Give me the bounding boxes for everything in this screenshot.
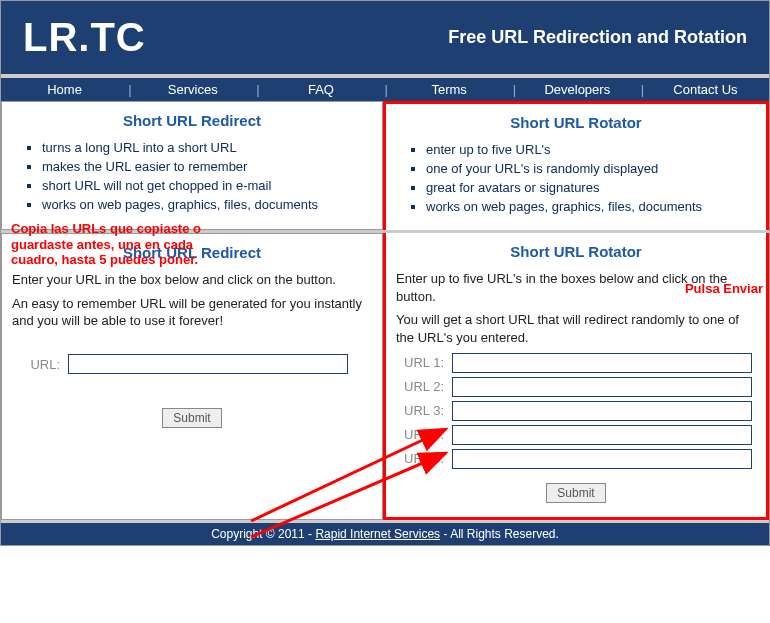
field-label: URL 4: [396, 427, 452, 442]
list-item: enter up to five URL's [426, 141, 756, 160]
list-item: works on web pages, graphics, files, doc… [426, 198, 756, 217]
url-input[interactable] [68, 354, 348, 374]
footer-link[interactable]: Rapid Internet Services [315, 527, 440, 541]
nav-contact[interactable]: Contact Us [642, 78, 769, 101]
content-grid: Short URL Redirect turns a long URL into… [1, 101, 769, 520]
url-1-input[interactable] [452, 353, 752, 373]
url-3-input[interactable] [452, 401, 752, 421]
nav-home[interactable]: Home [1, 78, 128, 101]
section-title: Short URL Redirect [12, 244, 372, 261]
list-item: great for avatars or signatures [426, 179, 756, 198]
submit-button[interactable]: Submit [162, 408, 221, 428]
list-item: one of your URL's is randomly displayed [426, 160, 756, 179]
section-title: Short URL Rotator [396, 243, 756, 260]
page: LR.TC Free URL Redirection and Rotation … [0, 0, 770, 546]
list-item: turns a long URL into a short URL [42, 139, 372, 158]
header: LR.TC Free URL Redirection and Rotation [1, 1, 769, 77]
list-item: works on web pages, graphics, files, doc… [42, 196, 372, 215]
submit-button[interactable]: Submit [546, 483, 605, 503]
tagline: Free URL Redirection and Rotation [448, 27, 747, 48]
description: Enter up to five URL's in the boxes belo… [396, 270, 756, 305]
feature-list: turns a long URL into a short URL makes … [12, 139, 372, 214]
url-5-input[interactable] [452, 449, 752, 469]
nav-developers[interactable]: Developers [514, 78, 641, 101]
nav-faq[interactable]: FAQ [257, 78, 384, 101]
panel-rotator-info: Short URL Rotator enter up to five URL's… [383, 101, 769, 230]
copyright-text: Copyright © 2011 - [211, 527, 315, 541]
footer: Copyright © 2011 - Rapid Internet Servic… [1, 520, 769, 545]
panel-redirect-info: Short URL Redirect turns a long URL into… [1, 101, 383, 230]
nav-services[interactable]: Services [129, 78, 256, 101]
feature-list: enter up to five URL's one of your URL's… [396, 141, 756, 216]
url-4-input[interactable] [452, 425, 752, 445]
field-label: URL 1: [396, 355, 452, 370]
panel-rotator-form: Short URL Rotator Enter up to five URL's… [383, 233, 769, 519]
logo: LR.TC [23, 15, 146, 60]
section-title: Short URL Redirect [12, 112, 372, 129]
section-title: Short URL Rotator [396, 114, 756, 131]
nav-terms[interactable]: Terms [386, 78, 513, 101]
description: An easy to remember URL will be generate… [12, 295, 372, 330]
description: Enter your URL in the box below and clic… [12, 271, 372, 289]
field-label: URL 3: [396, 403, 452, 418]
url-field-row: URL: [12, 354, 372, 374]
copyright-text: - All Rights Reserved. [440, 527, 559, 541]
field-label: URL 2: [396, 379, 452, 394]
list-item: short URL will not get chopped in e-mail [42, 177, 372, 196]
field-label: URL: [12, 357, 68, 372]
field-label: URL 5: [396, 451, 452, 466]
list-item: makes the URL easier to remember [42, 158, 372, 177]
panel-redirect-form: Short URL Redirect Enter your URL in the… [1, 233, 383, 519]
description: You will get a short URL that will redir… [396, 311, 756, 346]
nav-bar: Home | Services | FAQ | Terms | Develope… [1, 77, 769, 101]
url-2-input[interactable] [452, 377, 752, 397]
